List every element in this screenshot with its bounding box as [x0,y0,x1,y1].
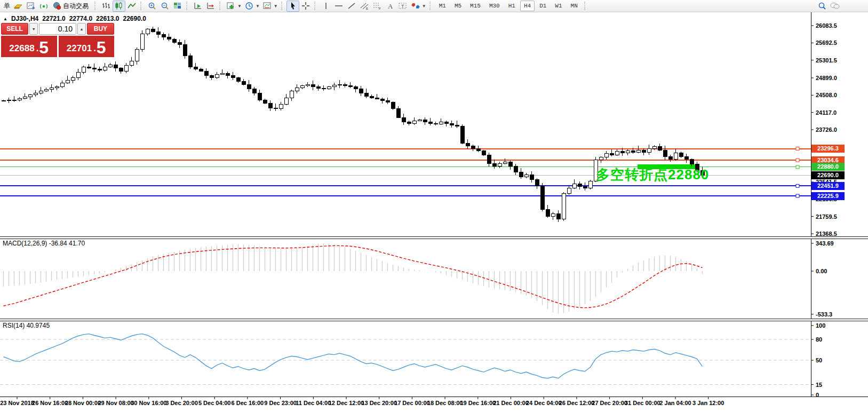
chevron-down-icon[interactable]: ▼ [422,4,426,9]
buy-price-sep: . [93,42,96,56]
close-value: 22690.0 [123,15,146,22]
fibonacci-icon[interactable]: F [371,1,384,12]
new-order-partial-label[interactable]: 单 [4,2,10,11]
crosshair-icon[interactable] [299,1,312,12]
vertical-line-icon[interactable] [320,1,332,12]
arrows-icon[interactable] [409,1,422,12]
price-axis-tick: 24899.0 [816,75,837,81]
buy-price-main: 22701 [67,42,92,56]
toolbar-grip [219,2,223,10]
bar-chart-icon[interactable] [100,1,113,12]
price-axis-tick: 25301.5 [816,57,837,64]
candlestick-chart-icon[interactable] [113,1,125,12]
signal-icon[interactable] [37,1,50,12]
tab-m5[interactable]: M5 [451,1,465,11]
sell-price-sep: . [36,42,39,56]
tile-windows-icon[interactable] [171,1,184,12]
price-axis-tick: 24508.0 [816,92,837,98]
templates-icon[interactable] [261,1,274,12]
sell-price-box[interactable]: 22688.5 [1,36,57,57]
tab-m1[interactable]: M1 [435,1,450,11]
time-axis-label: 24 Dec 04:00 [526,400,562,406]
chevron-down-icon[interactable]: ▼ [237,4,242,9]
macd-pane-splitter[interactable] [0,236,868,239]
chevron-down-icon[interactable]: ▼ [256,4,260,9]
buy-button[interactable]: BUY [87,23,114,35]
chart-canvas[interactable] [0,12,868,412]
svg-text:A: A [388,2,393,10]
tab-h1[interactable]: H1 [505,1,519,11]
time-axis-label: 12 Dec 12:00 [329,400,364,406]
zoom-in-icon[interactable] [146,1,158,12]
periods-icon[interactable] [243,1,256,12]
symbol-period-label: DJ30-,H4 [11,15,38,22]
line-chart-icon[interactable] [125,1,138,12]
indicators-icon[interactable] [225,1,237,12]
macd-indicator-label: MACD(12,26,9) -36.84 41.70 [3,240,85,247]
macd-axis-tick: 0.00 [816,268,827,274]
autotrading-button[interactable]: 自动交易 [50,1,92,12]
time-axis-label: 29 Nov 08:00 [98,400,133,406]
toolbar-grip [140,2,144,10]
volume-decrease-button[interactable]: ▼ [29,23,38,35]
low-value: 22613.0 [96,15,119,22]
rsi-axis-tick: 50 [816,357,822,363]
rsi-axis-tick: 100 [816,322,825,329]
auto-scroll-icon[interactable] [192,1,204,12]
channel-icon[interactable]: E [358,1,371,12]
collapse-panel-icon[interactable]: ▲ [3,17,7,21]
price-badge: 22690.0 [811,171,845,179]
rsi-indicator-label: RSI(14) 40.9745 [3,322,50,329]
trendline-icon[interactable] [345,1,358,12]
pivot-annotation-text[interactable]: 多空转折点22880 [596,165,709,184]
autotrading-label: 自动交易 [63,2,89,11]
time-axis-label: 23 Nov 2018 [0,400,34,406]
text-label-icon[interactable]: T [396,1,409,12]
time-axis-label: 28 Nov 00:00 [65,400,101,406]
price-axis-tick: 24117.0 [816,109,837,116]
profile-chart-icon[interactable] [25,1,37,12]
time-axis-label: 9 Dec 23:00 [264,400,297,406]
tab-m30[interactable]: M30 [485,1,504,11]
time-axis-label: 2 Jan 04:00 [659,400,691,406]
cursor-icon[interactable] [286,1,299,12]
chevron-down-icon[interactable]: ▼ [274,4,278,9]
sell-button[interactable]: SELL [1,23,28,35]
time-axis-label: 26 Nov 16:00 [32,400,68,406]
one-click-trading-panel: SELL ▼ ▲ BUY 22688.5 22701.5 [1,23,114,57]
svg-text:T: T [401,4,404,9]
time-axis-label: 18 Dec 08:00 [427,400,463,406]
tab-mn[interactable]: MN [567,1,582,11]
toolbar-grip [584,2,588,10]
chart-ohlc-header: ▲ DJ30-,H4 22721.0 22774.0 22613.0 22690… [3,15,146,22]
tab-m15[interactable]: M15 [466,1,484,11]
sell-price-main: 22688 [9,42,34,56]
rsi-axis-tick: 80 [816,336,822,343]
price-axis-tick: 25692.5 [816,39,837,46]
volume-input[interactable] [39,23,76,35]
tab-w1[interactable]: W1 [551,1,566,11]
time-axis-label: 6 Dec 16:00 [232,400,264,406]
buy-price-box[interactable]: 22701.5 [59,36,115,57]
time-axis-label: 21 Dec 00:00 [493,400,529,406]
tab-d1[interactable]: D1 [536,1,550,11]
zoom-out-icon[interactable] [158,1,171,12]
chart-window[interactable]: ▲ DJ30-,H4 22721.0 22774.0 22613.0 22690… [0,12,868,412]
rsi-pane-splitter[interactable] [0,319,868,321]
text-icon[interactable]: A [384,1,396,12]
macd-axis-tick: -533.3 [816,311,832,318]
rsi-axis-tick: 0 [816,392,819,398]
toolbar: 单 自动交易 ▼ ▼ ▼ E F A T ▼ M1 M5 M15 M30 H1 … [0,0,868,12]
time-axis-label: 17 Dec 00:00 [394,400,430,406]
price-axis-tick: 26083.5 [816,22,837,29]
chat-icon[interactable] [829,1,841,12]
chart-shift-icon[interactable] [204,1,217,12]
horizontal-line-icon[interactable] [332,1,345,12]
time-axis-label: 11 Dec 04:00 [296,400,331,406]
new-order-gold-icon[interactable] [12,1,25,12]
search-icon[interactable] [816,1,829,12]
volume-increase-button[interactable]: ▲ [77,23,86,35]
toolbar-grip [429,2,433,10]
tab-h4[interactable]: H4 [520,1,535,11]
time-axis-label: 3 Dec 20:00 [165,400,198,406]
